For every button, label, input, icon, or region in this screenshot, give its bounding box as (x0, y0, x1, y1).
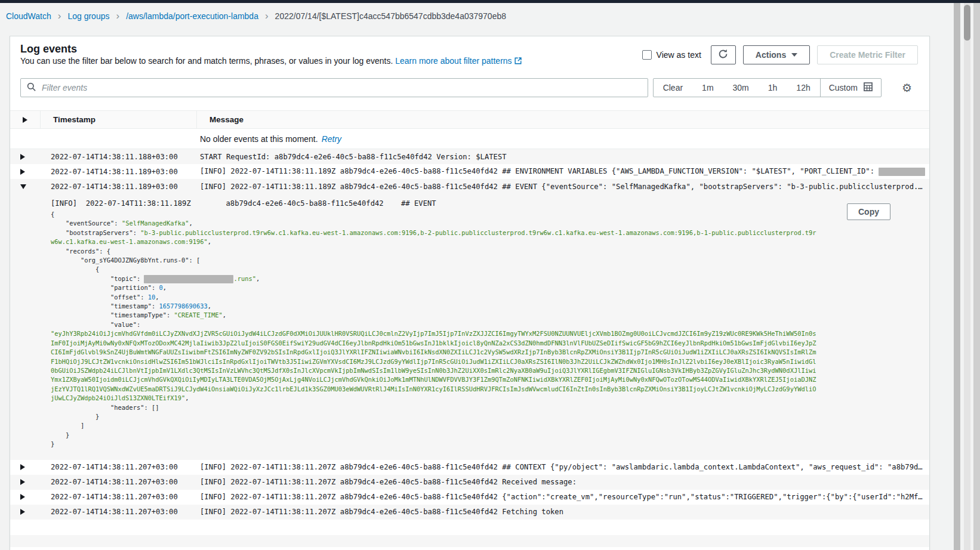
log-text-segment: , (223, 311, 226, 319)
log-text-segment: [INFO] 2022-07-14T11:38:11.189Z a8b79dc4… (200, 167, 879, 175)
expand-toggle-cell[interactable] (10, 169, 41, 175)
triangle-right-icon[interactable] (20, 494, 25, 500)
log-text-segment: .runs" (233, 275, 256, 282)
filter-events-input[interactable] (41, 82, 648, 93)
log-event-row[interactable]: 2022-07-14T14:38:11.207+03:00[INFO] 2022… (10, 490, 929, 505)
retry-link[interactable]: Retry (322, 134, 341, 144)
log-event-row[interactable]: 2022-07-14T14:38:11.207+03:00[INFO] 2022… (10, 505, 929, 520)
actions-button[interactable]: Actions (743, 45, 810, 64)
log-text-segment: "topic": (51, 275, 144, 282)
chevron-down-icon (791, 53, 797, 57)
breadcrumb-current: 2022/07/14/[$LATEST]c4acc547bb6547cdbb3d… (275, 11, 506, 21)
breadcrumb-link[interactable]: CloudWatch (6, 11, 51, 21)
log-text-segment: , (155, 293, 159, 301)
timestamp-column-header: Timestamp (41, 111, 197, 128)
expand-all-column-header[interactable] (10, 111, 41, 128)
message-cell: [INFO] 2022-07-14T11:38:11.207Z a8b79dc4… (197, 508, 929, 516)
empty-row (10, 520, 929, 535)
log-text-segment: [INFO] 2022-07-14T11:38:11.207Z a8b79dc4… (200, 478, 577, 486)
log-text-segment: , (163, 284, 167, 291)
log-text-segment: "offset": (51, 293, 148, 301)
copy-button[interactable]: Copy (847, 203, 890, 220)
scrollbar-inner[interactable] (954, 3, 960, 550)
expanded-event-detail: Copy[INFO] 2022-07-14T11:38:11.189Z a8b7… (10, 194, 929, 460)
timestamp-cell: 2022-07-14T14:38:11.207+03:00 (41, 508, 197, 516)
redacted-value (879, 168, 925, 176)
log-text-segment: "timestampType": (51, 311, 174, 319)
log-text-segment: "bootstrapServers": (51, 229, 140, 236)
filter-events-searchbox[interactable] (20, 78, 648, 97)
time-range-1m[interactable]: 1m (692, 79, 723, 97)
log-text-segment: , (208, 238, 211, 245)
refresh-icon (718, 49, 728, 61)
time-range-30m[interactable]: 30m (723, 79, 759, 97)
no-older-events-row: No older events at this moment. Retry (10, 129, 929, 149)
triangle-right-icon (23, 117, 27, 123)
log-text-segment: [INFO] 2022-07-14T11:38:11.189Z a8b79dc4… (200, 183, 923, 191)
scrollbar-thumb[interactable] (964, 5, 970, 41)
triangle-right-icon[interactable] (20, 154, 25, 160)
triangle-right-icon[interactable] (20, 169, 25, 175)
timestamp-cell: 2022-07-14T14:38:11.207+03:00 (41, 463, 197, 471)
triangle-right-icon[interactable] (20, 509, 25, 515)
log-text-segment: "timestamp": (51, 302, 159, 310)
expand-toggle-cell[interactable] (10, 184, 41, 189)
custom-time-range-button[interactable]: Custom (820, 79, 881, 97)
timestamp-cell: 2022-07-14T14:38:11.207+03:00 (41, 493, 197, 501)
log-text-segment: } (51, 440, 54, 447)
expand-toggle-cell[interactable] (10, 154, 41, 160)
log-text-segment: [INFO] 2022-07-14T11:38:11.207Z a8b79dc4… (200, 463, 923, 471)
log-event-row[interactable]: 2022-07-14T14:38:11.207+03:00[INFO] 2022… (10, 460, 929, 475)
table-header: Timestamp Message (10, 110, 929, 129)
expand-toggle-cell[interactable] (10, 494, 41, 500)
scrollbar-track[interactable] (964, 3, 970, 550)
log-text-segment: , (208, 302, 211, 310)
log-text-segment: 10 (148, 293, 156, 301)
expand-toggle-cell[interactable] (10, 479, 41, 485)
log-text-segment: "eventSource": (51, 220, 122, 227)
log-text-segment: "headers": [] (51, 404, 159, 411)
breadcrumb-link[interactable]: Log groups (67, 11, 109, 21)
log-event-row[interactable]: 2022-07-14T14:38:11.207+03:00[INFO] 2022… (10, 475, 929, 490)
view-as-text-label: View as text (657, 50, 701, 60)
time-range-control: Clear1m30m1h12h Custom (653, 78, 882, 97)
time-range-12h[interactable]: 12h (787, 79, 819, 97)
triangle-right-icon[interactable] (20, 464, 25, 470)
time-range-1h[interactable]: 1h (759, 79, 787, 97)
external-link-icon (514, 57, 522, 66)
panel-description: You can use the filter bar below to sear… (20, 56, 522, 66)
log-text-segment: } (51, 413, 99, 420)
refresh-button[interactable] (711, 45, 736, 64)
view-as-text-checkbox[interactable] (642, 50, 652, 60)
breadcrumb-link[interactable]: /aws/lambda/port-execution-lambda (126, 11, 258, 21)
log-text-segment: , (256, 275, 260, 282)
message-column-header: Message (197, 111, 929, 128)
learn-more-link[interactable]: Learn more about filter patterns (395, 56, 511, 66)
scrollbar-outer[interactable] (973, 3, 980, 550)
time-range-clear[interactable]: Clear (654, 79, 692, 97)
settings-button[interactable]: ⚙ (902, 78, 912, 97)
log-text-segment: "CREATE_TIME" (174, 311, 222, 319)
gear-icon: ⚙ (902, 82, 912, 94)
expand-toggle-cell[interactable] (10, 509, 41, 515)
log-text-segment: "value": (51, 321, 140, 328)
message-cell: [INFO] 2022-07-14T11:38:11.189Z a8b79dc4… (197, 167, 929, 176)
log-event-row[interactable]: 2022-07-14T14:38:11.189+03:00[INFO] 2022… (10, 164, 929, 179)
message-cell: [INFO] 2022-07-14T11:38:11.189Z a8b79dc4… (197, 183, 929, 191)
log-event-row[interactable]: 2022-07-14T14:38:11.188+03:00START Reque… (10, 149, 929, 164)
timestamp-cell: 2022-07-14T14:38:11.188+03:00 (41, 153, 197, 161)
timestamp-cell: 2022-07-14T14:38:11.189+03:00 (41, 168, 197, 176)
triangle-down-icon[interactable] (20, 184, 26, 189)
triangle-right-icon[interactable] (20, 479, 25, 485)
calendar-grid-icon (864, 82, 873, 94)
log-text-segment: "b-3-public.publicclusterprod.t9rw6w.c1.… (51, 229, 816, 245)
expand-toggle-cell[interactable] (10, 464, 41, 470)
log-text-segment: 1657798690633 (159, 302, 207, 310)
timestamp-cell: 2022-07-14T14:38:11.207+03:00 (41, 478, 197, 486)
log-text-segment: [INFO] 2022-07-14T11:38:11.207Z a8b79dc4… (200, 493, 923, 501)
create-metric-filter-button[interactable]: Create Metric Filter (817, 45, 918, 64)
log-event-row[interactable]: 2022-07-14T14:38:11.189+03:00[INFO] 2022… (10, 179, 929, 194)
log-text-segment: , (185, 394, 189, 401)
log-text-segment: "org_sYG4DOJZNGy8bYnt.runs-0": [ (51, 257, 200, 264)
log-text-segment: "partition": (51, 284, 159, 291)
